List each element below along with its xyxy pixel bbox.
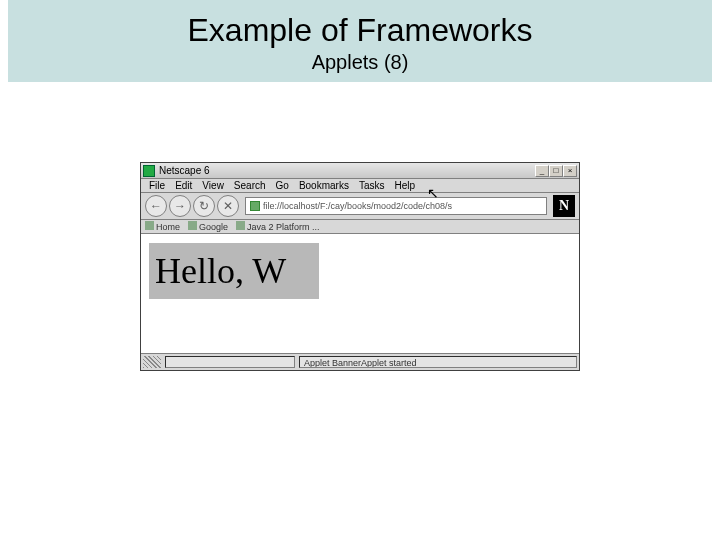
stop-button[interactable]: ✕	[217, 195, 239, 217]
netscape-icon	[143, 165, 155, 177]
menu-bookmarks[interactable]: Bookmarks	[295, 180, 353, 191]
applet-canvas: Hello, W	[149, 243, 319, 299]
bookmarks-bar: Home Google Java 2 Platform ...	[141, 220, 579, 234]
page-icon	[250, 201, 260, 211]
grip-icon	[143, 356, 161, 368]
window-title: Netscape 6	[159, 165, 535, 176]
menu-view[interactable]: View	[198, 180, 228, 191]
url-field[interactable]: file://localhost/F:/cay/books/mood2/code…	[245, 197, 547, 215]
reload-icon: ↻	[199, 199, 209, 213]
menu-edit[interactable]: Edit	[171, 180, 196, 191]
menu-tasks[interactable]: Tasks	[355, 180, 389, 191]
bookmark-home[interactable]: Home	[145, 221, 180, 232]
status-well	[165, 356, 295, 368]
browser-window: Netscape 6 _ □ × File Edit View Search G…	[140, 162, 580, 371]
slide-header: Example of Frameworks Applets (8)	[8, 0, 712, 82]
slide-title: Example of Frameworks	[8, 12, 712, 49]
reload-button[interactable]: ↻	[193, 195, 215, 217]
close-button[interactable]: ×	[563, 165, 577, 177]
back-button[interactable]: ←	[145, 195, 167, 217]
url-text: file://localhost/F:/cay/books/mood2/code…	[263, 201, 452, 211]
bookmark-java[interactable]: Java 2 Platform ...	[236, 221, 320, 232]
statusbar: Applet BannerApplet started	[141, 354, 579, 370]
bookmark-google-label: Google	[199, 222, 228, 232]
menu-go[interactable]: Go	[272, 180, 293, 191]
bookmark-java-label: Java 2 Platform ...	[247, 222, 320, 232]
applet-text: Hello, W	[155, 250, 286, 292]
maximize-button[interactable]: □	[549, 165, 563, 177]
bookmark-icon	[236, 221, 245, 230]
bookmark-icon	[188, 221, 197, 230]
forward-button[interactable]: →	[169, 195, 191, 217]
arrow-right-icon: →	[174, 199, 186, 213]
menu-search[interactable]: Search	[230, 180, 270, 191]
menu-file[interactable]: File	[145, 180, 169, 191]
content-area[interactable]: Hello, W	[141, 234, 579, 354]
bookmark-google[interactable]: Google	[188, 221, 228, 232]
home-icon	[145, 221, 154, 230]
netscape-logo: N	[553, 195, 575, 217]
bookmark-home-label: Home	[156, 222, 180, 232]
nav-toolbar: ← → ↻ ✕ file://localhost/F:/cay/books/mo…	[141, 193, 579, 220]
status-text: Applet BannerApplet started	[299, 356, 577, 368]
menu-help[interactable]: Help	[390, 180, 419, 191]
stop-icon: ✕	[223, 199, 233, 213]
arrow-left-icon: ←	[150, 199, 162, 213]
minimize-button[interactable]: _	[535, 165, 549, 177]
titlebar: Netscape 6 _ □ ×	[141, 163, 579, 179]
slide-subtitle: Applets (8)	[8, 51, 712, 74]
menubar: File Edit View Search Go Bookmarks Tasks…	[141, 179, 579, 193]
